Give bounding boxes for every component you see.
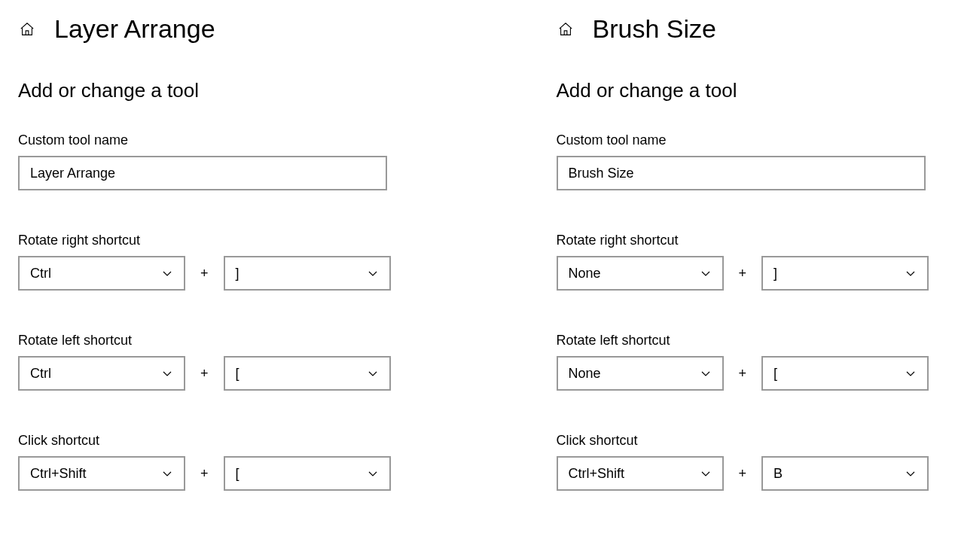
custom-tool-name-label: Custom tool name xyxy=(18,132,391,148)
custom-tool-name-group: Custom tool name xyxy=(557,132,929,190)
rotate-left-row: Ctrl + [ xyxy=(18,356,391,391)
custom-tool-name-label: Custom tool name xyxy=(557,132,929,148)
chevron-down-icon xyxy=(161,367,173,379)
chevron-down-icon xyxy=(905,267,917,279)
select-value: B xyxy=(773,466,905,482)
click-modifier-select[interactable]: Ctrl+Shift xyxy=(18,456,185,491)
select-value: [ xyxy=(236,466,367,482)
rotate-right-group: Rotate right shortcut None + ] xyxy=(557,233,929,291)
panel-layer-arrange: Layer Arrange Add or change a tool Custo… xyxy=(18,15,391,533)
plus-separator: + xyxy=(739,366,747,382)
click-key-select[interactable]: B xyxy=(761,456,929,491)
header: Brush Size xyxy=(557,15,929,43)
chevron-down-icon xyxy=(905,367,917,379)
plus-separator: + xyxy=(200,266,209,282)
rotate-right-group: Rotate right shortcut Ctrl + ] xyxy=(18,233,391,291)
select-value: ] xyxy=(236,266,367,282)
plus-separator: + xyxy=(200,366,209,382)
chevron-down-icon xyxy=(367,467,379,479)
click-shortcut-group: Click shortcut Ctrl+Shift + [ xyxy=(18,433,391,491)
click-modifier-select[interactable]: Ctrl+Shift xyxy=(557,456,724,491)
select-value: None xyxy=(569,266,700,282)
header: Layer Arrange xyxy=(18,15,391,43)
chevron-down-icon xyxy=(700,267,712,279)
custom-tool-name-input[interactable] xyxy=(18,156,387,190)
custom-tool-name-group: Custom tool name xyxy=(18,132,391,190)
chevron-down-icon xyxy=(700,367,712,379)
custom-tool-name-input[interactable] xyxy=(557,156,926,190)
rotate-left-modifier-select[interactable]: Ctrl xyxy=(18,356,185,391)
rotate-right-modifier-select[interactable]: Ctrl xyxy=(18,256,185,291)
section-title: Add or change a tool xyxy=(18,79,391,102)
rotate-right-row: None + ] xyxy=(557,256,929,291)
rotate-right-key-select[interactable]: ] xyxy=(761,256,929,291)
click-key-select[interactable]: [ xyxy=(224,456,391,491)
select-value: None xyxy=(569,366,700,382)
click-shortcut-row: Ctrl+Shift + B xyxy=(557,456,929,491)
rotate-left-label: Rotate left shortcut xyxy=(18,333,391,348)
rotate-right-modifier-select[interactable]: None xyxy=(557,256,724,291)
page-title: Brush Size xyxy=(593,15,716,43)
click-shortcut-label: Click shortcut xyxy=(18,433,391,449)
chevron-down-icon xyxy=(367,367,379,379)
click-shortcut-group: Click shortcut Ctrl+Shift + B xyxy=(557,433,929,491)
click-shortcut-row: Ctrl+Shift + [ xyxy=(18,456,391,491)
select-value: Ctrl xyxy=(30,366,161,382)
chevron-down-icon xyxy=(905,467,917,479)
rotate-left-key-select[interactable]: [ xyxy=(224,356,391,391)
chevron-down-icon xyxy=(367,267,379,279)
rotate-right-label: Rotate right shortcut xyxy=(18,233,391,248)
select-value: [ xyxy=(236,366,367,382)
rotate-left-modifier-select[interactable]: None xyxy=(557,356,724,391)
plus-separator: + xyxy=(200,466,209,482)
rotate-left-key-select[interactable]: [ xyxy=(761,356,929,391)
rotate-left-group: Rotate left shortcut None + [ xyxy=(557,333,929,391)
chevron-down-icon xyxy=(161,267,173,279)
select-value: ] xyxy=(773,266,905,282)
panel-brush-size: Brush Size Add or change a tool Custom t… xyxy=(557,15,929,533)
home-icon[interactable] xyxy=(18,20,36,38)
home-icon[interactable] xyxy=(557,20,575,38)
rotate-right-key-select[interactable]: ] xyxy=(224,256,391,291)
chevron-down-icon xyxy=(161,467,173,479)
rotate-left-row: None + [ xyxy=(557,356,929,391)
select-value: Ctrl xyxy=(30,266,161,282)
rotate-left-group: Rotate left shortcut Ctrl + [ xyxy=(18,333,391,391)
rotate-right-row: Ctrl + ] xyxy=(18,256,391,291)
section-title: Add or change a tool xyxy=(557,79,929,102)
plus-separator: + xyxy=(739,466,747,482)
select-value: Ctrl+Shift xyxy=(30,466,161,482)
page-title: Layer Arrange xyxy=(54,15,215,43)
select-value: Ctrl+Shift xyxy=(569,466,700,482)
plus-separator: + xyxy=(739,266,747,282)
rotate-right-label: Rotate right shortcut xyxy=(557,233,929,248)
select-value: [ xyxy=(773,366,905,382)
chevron-down-icon xyxy=(700,467,712,479)
click-shortcut-label: Click shortcut xyxy=(557,433,929,449)
rotate-left-label: Rotate left shortcut xyxy=(557,333,929,348)
